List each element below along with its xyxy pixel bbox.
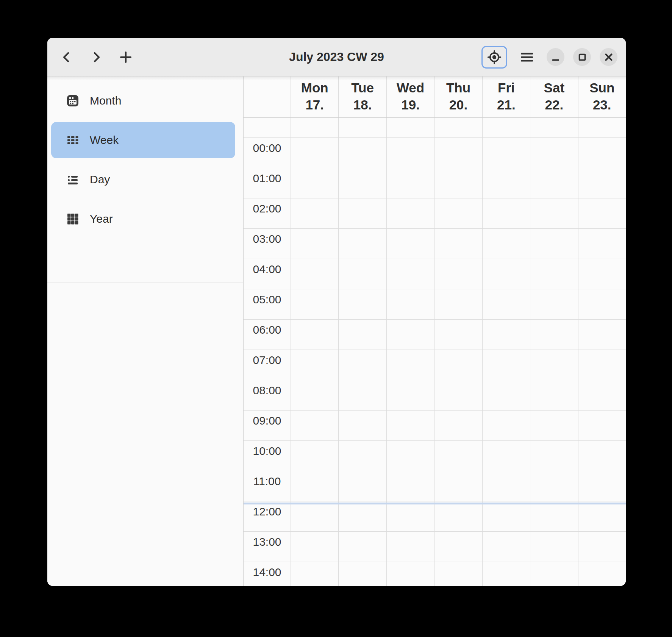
day-header-cell: Tue 18. bbox=[338, 77, 386, 117]
day-date: 18. bbox=[339, 96, 386, 113]
view-sidebar: Month bbox=[47, 77, 244, 586]
maximize-button[interactable] bbox=[573, 48, 591, 66]
minimize-icon bbox=[549, 50, 563, 64]
hour-label: 13:00 bbox=[244, 532, 291, 548]
chevron-left-icon bbox=[60, 50, 73, 64]
hour-row: 09:00 bbox=[244, 410, 626, 440]
day-name: Fri bbox=[483, 79, 530, 96]
hour-rows: 00:00 01:00 02:00 03:00 bbox=[244, 118, 626, 586]
hour-row: 07:00 bbox=[244, 350, 626, 380]
sidebar-item-label: Year bbox=[90, 212, 113, 225]
hour-label: 04:00 bbox=[244, 259, 291, 276]
hour-row: 05:00 bbox=[244, 289, 626, 319]
day-date: 22. bbox=[530, 96, 578, 113]
day-header-cell: Fri 21. bbox=[482, 77, 530, 117]
hour-label: 09:00 bbox=[244, 411, 291, 427]
hour-row: 13:00 bbox=[244, 531, 626, 562]
month-view-icon bbox=[66, 94, 80, 108]
hour-row: 04:00 bbox=[244, 259, 626, 289]
day-name: Sat bbox=[530, 79, 578, 96]
hour-label: 01:00 bbox=[244, 168, 291, 185]
headerbar-left-controls bbox=[56, 46, 137, 68]
day-header-cell: Mon 17. bbox=[291, 77, 338, 117]
hour-label: 14:00 bbox=[244, 562, 291, 579]
day-header-cell: Thu 20. bbox=[434, 77, 482, 117]
day-date: 20. bbox=[434, 96, 482, 113]
day-name: Mon bbox=[291, 79, 338, 96]
day-name: Sun bbox=[578, 79, 626, 96]
hour-row: 11:00 bbox=[244, 471, 626, 501]
locate-target-icon bbox=[487, 50, 502, 64]
sidebar-item-month[interactable]: Month bbox=[51, 83, 235, 119]
close-button[interactable] bbox=[600, 48, 617, 66]
hour-row: 08:00 bbox=[244, 380, 626, 410]
day-date: 17. bbox=[291, 96, 338, 113]
day-date: 23. bbox=[578, 96, 626, 113]
hour-row: 12:00 bbox=[244, 501, 626, 531]
hour-label: 03:00 bbox=[244, 229, 291, 245]
year-view-icon bbox=[66, 212, 80, 226]
hour-label: 06:00 bbox=[244, 320, 291, 336]
hour-row: 02:00 bbox=[244, 198, 626, 228]
week-view: Mon 17. Tue 18. Wed 19. bbox=[244, 77, 626, 586]
previous-week-button[interactable] bbox=[56, 46, 78, 68]
primary-menu-button[interactable] bbox=[516, 46, 538, 68]
new-event-button[interactable] bbox=[115, 46, 137, 68]
headerbar: July 2023 CW 29 bbox=[47, 38, 626, 77]
day-date: 21. bbox=[483, 96, 530, 113]
day-name: Wed bbox=[387, 79, 434, 96]
hour-label: 02:00 bbox=[244, 198, 291, 215]
hour-row: 00:00 bbox=[244, 137, 626, 168]
hour-label: 00:00 bbox=[244, 138, 291, 155]
sidebar-item-label: Week bbox=[90, 134, 119, 147]
all-day-row bbox=[244, 118, 626, 137]
desktop-background: July 2023 CW 29 bbox=[0, 0, 672, 637]
hour-row: 01:00 bbox=[244, 168, 626, 198]
today-button[interactable] bbox=[481, 46, 507, 69]
day-view-icon bbox=[66, 173, 80, 186]
day-header-cell: Sun 23. bbox=[578, 77, 626, 117]
sidebar-item-day[interactable]: Day bbox=[51, 161, 235, 198]
week-grid[interactable]: 00:00 01:00 02:00 03:00 bbox=[244, 118, 626, 586]
minimize-button[interactable] bbox=[547, 48, 564, 66]
hour-row: 14:00 bbox=[244, 562, 626, 586]
sidebar-item-label: Month bbox=[90, 94, 121, 107]
hour-row: 10:00 bbox=[244, 440, 626, 471]
sidebar-item-year[interactable]: Year bbox=[51, 201, 235, 237]
hour-label: 10:00 bbox=[244, 441, 291, 457]
day-date: 19. bbox=[387, 96, 434, 113]
hour-label: 05:00 bbox=[244, 289, 291, 306]
hour-row: 03:00 bbox=[244, 228, 626, 259]
day-name: Tue bbox=[339, 79, 386, 96]
day-name: Thu bbox=[434, 79, 482, 96]
calendar-window: July 2023 CW 29 bbox=[47, 38, 626, 586]
day-header-row: Mon 17. Tue 18. Wed 19. bbox=[244, 77, 626, 118]
sidebar-item-label: Day bbox=[90, 173, 110, 186]
hour-label: 07:00 bbox=[244, 350, 291, 367]
maximize-icon bbox=[575, 50, 589, 64]
sidebar-item-week[interactable]: Week bbox=[51, 122, 235, 158]
day-header-cell: Sat 22. bbox=[530, 77, 578, 117]
time-gutter-spacer bbox=[244, 77, 291, 117]
window-content: Month bbox=[47, 77, 626, 586]
day-header-cell: Wed 19. bbox=[386, 77, 434, 117]
chevron-right-icon bbox=[89, 50, 103, 64]
plus-icon bbox=[119, 50, 133, 64]
hour-label: 11:00 bbox=[244, 471, 291, 488]
current-time-indicator bbox=[244, 503, 626, 504]
hour-label: 08:00 bbox=[244, 380, 291, 397]
close-icon bbox=[602, 50, 616, 64]
next-week-button[interactable] bbox=[85, 46, 107, 68]
hour-row: 06:00 bbox=[244, 319, 626, 350]
week-view-icon bbox=[66, 133, 80, 147]
hamburger-menu-icon bbox=[520, 50, 534, 64]
sidebar-divider bbox=[47, 283, 243, 283]
headerbar-right-controls bbox=[481, 46, 617, 69]
